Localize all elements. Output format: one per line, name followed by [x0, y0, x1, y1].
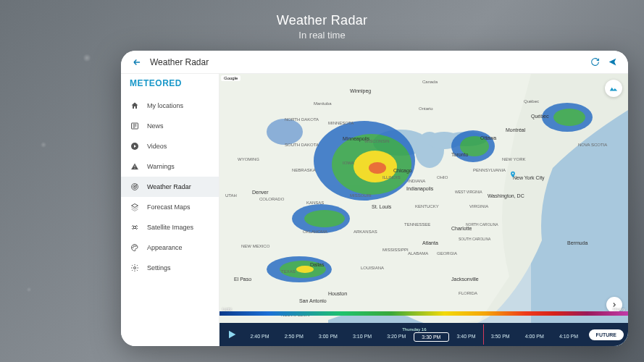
- timeline-tick[interactable]: 3:40 PM: [449, 332, 483, 342]
- timeline-tick[interactable]: 3:30 PM: [414, 332, 449, 342]
- map-label-city: Chicago: [393, 168, 412, 173]
- gear-icon: [130, 263, 140, 273]
- map-label-state: COLORADO: [259, 197, 284, 201]
- play-button[interactable]: [224, 327, 240, 342]
- sidebar-item-appearance[interactable]: Appearance: [121, 237, 219, 258]
- map-label-state: NEW MEXICO: [241, 244, 269, 248]
- sidebar-item-label: Appearance: [147, 244, 183, 251]
- map-label-province: Ontario: [419, 106, 433, 111]
- sidebar-item-label: Satellite Images: [147, 224, 193, 231]
- palette-icon: [130, 243, 140, 253]
- map-label-state: NORTH CAROLINA: [466, 222, 498, 227]
- map-label-region: NOVA SCOTIA: [578, 143, 607, 147]
- arrow-left-icon: [132, 57, 142, 67]
- timeline-tick[interactable]: 4:10 PM: [551, 332, 585, 342]
- refresh-icon: [590, 57, 600, 67]
- map-label-state: MINNESOTA: [328, 121, 354, 125]
- map-label-province: Manitoba: [314, 101, 332, 106]
- map-area[interactable]: Google Canada Winnipeg Toronto Ottawa Mo…: [219, 74, 628, 346]
- timeline-date: Thursday 16: [243, 327, 586, 332]
- intensity-gradient: [219, 311, 628, 316]
- refresh-button[interactable]: [586, 54, 603, 71]
- svg-point-29: [267, 119, 303, 145]
- sidebar-item-label: My locations: [147, 102, 183, 109]
- map-label-city: San Antonio: [299, 298, 327, 303]
- timeline-tick[interactable]: 3:10 PM: [345, 332, 379, 342]
- timeline-tick[interactable]: 3:20 PM: [380, 332, 414, 342]
- map-label-state: NORTH DAKOTA: [285, 117, 319, 122]
- map-label-state: UTAH: [225, 193, 237, 198]
- intensity-low-label: Light: [222, 307, 232, 311]
- map-label-state: SOUTH CAROLINA: [459, 237, 490, 241]
- map-attribution: Google: [221, 75, 241, 81]
- map-label-state: WISCONSIN: [364, 139, 390, 143]
- future-button[interactable]: FUTURE: [589, 329, 624, 340]
- map-label-state: LOUISIANA: [361, 266, 384, 270]
- map-label-state: TENNESSEE: [404, 222, 430, 227]
- map-label-city: Atlanta: [422, 240, 438, 245]
- map-label-state: IOWA: [343, 161, 354, 165]
- map-label-province: Québec: [524, 99, 539, 104]
- intensity-legend: Light Heavy: [219, 316, 628, 323]
- hero-title: Weather Radar In real time: [0, 13, 644, 41]
- svg-point-21: [304, 210, 345, 227]
- hero-subtitle: In real time: [0, 30, 644, 41]
- sidebar-item-label: Warnings: [147, 163, 175, 170]
- svg-point-6: [133, 248, 133, 248]
- map-label-city: Denver: [252, 190, 269, 195]
- back-button[interactable]: [128, 54, 146, 71]
- hero-heading: Weather Radar: [0, 13, 644, 28]
- sidebar-item-settings[interactable]: Settings: [121, 258, 219, 278]
- terrain-toggle-button[interactable]: [605, 80, 622, 97]
- brand-logo: METEORED: [121, 74, 219, 96]
- sidebar-item-label: Forecast Maps: [147, 203, 191, 211]
- share-button[interactable]: [603, 54, 621, 71]
- map-label-city: Ottawa: [480, 135, 496, 140]
- map-label-state: GEORGIA: [437, 251, 457, 256]
- future-divider: [483, 324, 484, 345]
- sidebar-item-news[interactable]: News: [121, 116, 219, 136]
- sidebar-item-label: Weather Radar: [147, 183, 191, 190]
- home-icon: [130, 101, 140, 111]
- sidebar-item-forecast-maps[interactable]: Forecast Maps: [121, 197, 219, 217]
- map-label-state: ILLINOIS: [382, 175, 401, 180]
- map-label-city: El Paso: [234, 277, 251, 282]
- map-canvas[interactable]: [219, 74, 628, 346]
- map-label-city: Dallas: [310, 262, 324, 267]
- map-label-state: ARKANSAS: [354, 230, 377, 234]
- play-circle-icon: [130, 141, 140, 151]
- newspaper-icon: [130, 121, 140, 131]
- timeline-tick[interactable]: 2:50 PM: [277, 332, 311, 342]
- timeline: Thursday 16 2:40 PM2:50 PM3:00 PM3:10 PM…: [219, 323, 628, 346]
- layers-icon: [130, 202, 140, 212]
- sidebar-item-label: Settings: [147, 264, 171, 272]
- timeline-tick[interactable]: 3:50 PM: [483, 332, 517, 342]
- sidebar-item-satellite-images[interactable]: Satellite Images: [121, 217, 219, 237]
- alert-triangle-icon: [130, 161, 140, 172]
- svg-point-28: [553, 109, 585, 126]
- timeline-tick[interactable]: 2:40 PM: [243, 332, 277, 342]
- map-label-city: St. Louis: [372, 204, 391, 209]
- sidebar-item-videos[interactable]: Videos: [121, 136, 219, 156]
- map-label-city: Winnipeg: [350, 88, 371, 93]
- map-label-state: SOUTH DAKOTA: [285, 143, 319, 147]
- map-label-state: KENTUCKY: [415, 204, 439, 209]
- map-label-state: WEST VIRGINIA: [455, 190, 482, 194]
- map-label-state: FLORIDA: [459, 291, 477, 295]
- sidebar-item-my-locations[interactable]: My locations: [121, 96, 219, 116]
- sidebar-item-warnings[interactable]: Warnings: [121, 156, 219, 177]
- map-label-state: MISSISSIPPI: [382, 248, 409, 252]
- map-label-state: OHIO: [437, 175, 448, 180]
- share-icon: [608, 57, 617, 67]
- map-label-state: PENNSYLVANIA: [473, 168, 506, 172]
- map-label-state: NEW YORK: [502, 157, 526, 161]
- terrain-icon: [609, 83, 619, 93]
- timeline-tick[interactable]: 3:00 PM: [311, 332, 345, 342]
- map-label-state: NEBRASKA: [292, 168, 316, 172]
- timeline-tick[interactable]: 4:00 PM: [517, 332, 551, 342]
- play-icon: [226, 329, 238, 340]
- sidebar-item-weather-radar[interactable]: Weather Radar: [121, 177, 219, 197]
- map-label-state: OKLAHOMA: [303, 230, 327, 234]
- location-pin-icon: [509, 168, 517, 181]
- map-label-state: TEXAS: [281, 269, 296, 274]
